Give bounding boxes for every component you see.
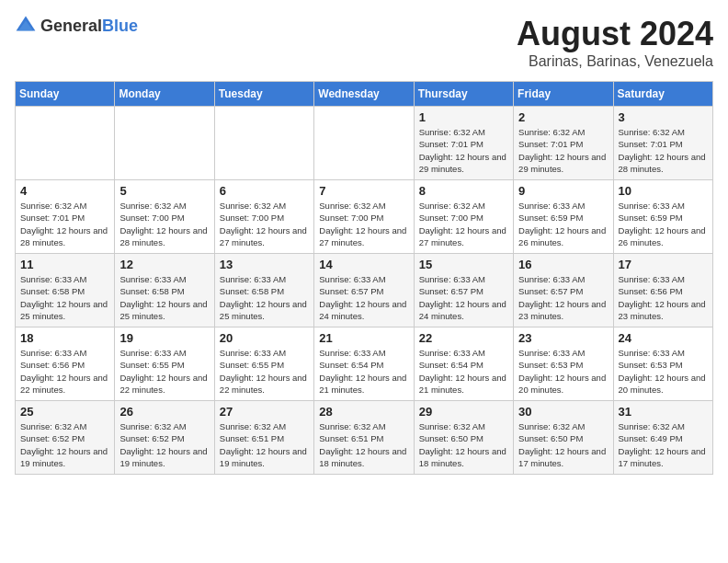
day-info: Sunrise: 6:32 AM Sunset: 6:50 PM Dayligh… — [419, 420, 508, 469]
day-number: 16 — [518, 258, 608, 271]
day-info: Sunrise: 6:32 AM Sunset: 6:52 PM Dayligh… — [119, 420, 209, 469]
calendar-cell: 19Sunrise: 6:33 AM Sunset: 6:55 PM Dayli… — [115, 327, 214, 401]
day-number: 25 — [20, 405, 109, 419]
day-info: Sunrise: 6:33 AM Sunset: 6:59 PM Dayligh… — [518, 200, 608, 248]
calendar-cell: 21Sunrise: 6:33 AM Sunset: 6:54 PM Dayli… — [314, 327, 414, 401]
day-number: 23 — [518, 331, 608, 345]
day-number: 20 — [220, 331, 309, 345]
calendar-cell: 15Sunrise: 6:33 AM Sunset: 6:57 PM Dayli… — [414, 254, 513, 327]
calendar-cell: 5Sunrise: 6:32 AM Sunset: 7:00 PM Daylig… — [115, 180, 214, 254]
calendar-cell: 26Sunrise: 6:32 AM Sunset: 6:52 PM Dayli… — [115, 401, 214, 475]
day-info: Sunrise: 6:33 AM Sunset: 6:57 PM Dayligh… — [518, 273, 608, 322]
day-number: 26 — [119, 405, 209, 419]
calendar-week-row: 18Sunrise: 6:33 AM Sunset: 6:56 PM Dayli… — [16, 327, 713, 401]
day-info: Sunrise: 6:32 AM Sunset: 6:52 PM Dayligh… — [20, 420, 109, 469]
calendar-cell — [314, 107, 414, 180]
day-header-friday: Friday — [514, 82, 613, 107]
day-number: 2 — [518, 110, 608, 124]
day-header-thursday: Thursday — [414, 82, 513, 107]
day-info: Sunrise: 6:33 AM Sunset: 6:55 PM Dayligh… — [220, 347, 309, 396]
calendar-body: 1Sunrise: 6:32 AM Sunset: 7:01 PM Daylig… — [16, 107, 713, 475]
day-number: 30 — [518, 405, 608, 419]
day-info: Sunrise: 6:33 AM Sunset: 6:58 PM Dayligh… — [20, 273, 109, 322]
day-number: 18 — [20, 331, 109, 345]
calendar-table: SundayMondayTuesdayWednesdayThursdayFrid… — [15, 81, 713, 475]
day-number: 24 — [619, 331, 708, 345]
calendar-cell: 22Sunrise: 6:33 AM Sunset: 6:54 PM Dayli… — [414, 327, 513, 401]
calendar-cell — [115, 107, 214, 180]
day-info: Sunrise: 6:32 AM Sunset: 6:49 PM Dayligh… — [619, 420, 708, 469]
day-number: 14 — [319, 258, 408, 271]
day-number: 6 — [220, 184, 309, 198]
day-number: 1 — [419, 110, 508, 124]
day-number: 28 — [319, 405, 408, 419]
day-info: Sunrise: 6:33 AM Sunset: 6:55 PM Dayligh… — [119, 347, 209, 396]
calendar-cell: 25Sunrise: 6:32 AM Sunset: 6:52 PM Dayli… — [16, 401, 115, 475]
day-number: 11 — [20, 258, 109, 271]
day-info: Sunrise: 6:32 AM Sunset: 6:51 PM Dayligh… — [319, 420, 408, 469]
day-number: 27 — [220, 405, 309, 419]
calendar-cell: 2Sunrise: 6:32 AM Sunset: 7:01 PM Daylig… — [514, 107, 613, 180]
day-number: 21 — [319, 331, 408, 345]
day-info: Sunrise: 6:33 AM Sunset: 6:59 PM Dayligh… — [619, 200, 708, 248]
day-header-monday: Monday — [115, 82, 214, 107]
day-number: 17 — [619, 258, 708, 271]
calendar-cell: 4Sunrise: 6:32 AM Sunset: 7:01 PM Daylig… — [16, 180, 115, 254]
day-number: 31 — [619, 405, 708, 419]
day-header-tuesday: Tuesday — [214, 82, 313, 107]
day-header-saturday: Saturday — [613, 82, 712, 107]
day-number: 15 — [419, 258, 508, 271]
calendar-cell: 23Sunrise: 6:33 AM Sunset: 6:53 PM Dayli… — [514, 327, 613, 401]
calendar-cell: 28Sunrise: 6:32 AM Sunset: 6:51 PM Dayli… — [314, 401, 414, 475]
calendar-cell: 8Sunrise: 6:32 AM Sunset: 7:00 PM Daylig… — [414, 180, 513, 254]
day-number: 10 — [619, 184, 708, 198]
calendar-cell: 12Sunrise: 6:33 AM Sunset: 6:58 PM Dayli… — [115, 254, 214, 327]
day-info: Sunrise: 6:33 AM Sunset: 6:58 PM Dayligh… — [119, 273, 209, 322]
day-number: 5 — [119, 184, 209, 198]
day-header-sunday: Sunday — [16, 82, 115, 107]
day-info: Sunrise: 6:32 AM Sunset: 7:01 PM Dayligh… — [619, 126, 708, 175]
logo: GeneralBlue — [15, 15, 138, 37]
calendar-cell: 24Sunrise: 6:33 AM Sunset: 6:53 PM Dayli… — [613, 327, 712, 401]
calendar-cell: 30Sunrise: 6:32 AM Sunset: 6:50 PM Dayli… — [514, 401, 613, 475]
day-number: 29 — [419, 405, 508, 419]
day-number: 12 — [119, 258, 209, 271]
calendar-cell: 20Sunrise: 6:33 AM Sunset: 6:55 PM Dayli… — [214, 327, 313, 401]
calendar-cell: 29Sunrise: 6:32 AM Sunset: 6:50 PM Dayli… — [414, 401, 513, 475]
day-info: Sunrise: 6:33 AM Sunset: 6:56 PM Dayligh… — [20, 347, 109, 396]
day-info: Sunrise: 6:32 AM Sunset: 7:01 PM Dayligh… — [20, 200, 109, 248]
day-info: Sunrise: 6:32 AM Sunset: 7:00 PM Dayligh… — [319, 200, 408, 248]
calendar-cell: 7Sunrise: 6:32 AM Sunset: 7:00 PM Daylig… — [314, 180, 414, 254]
calendar-cell: 1Sunrise: 6:32 AM Sunset: 7:01 PM Daylig… — [414, 107, 513, 180]
calendar-cell: 31Sunrise: 6:32 AM Sunset: 6:49 PM Dayli… — [613, 401, 712, 475]
calendar-week-row: 25Sunrise: 6:32 AM Sunset: 6:52 PM Dayli… — [16, 401, 713, 475]
day-number: 7 — [319, 184, 408, 198]
day-number: 3 — [619, 110, 708, 124]
day-info: Sunrise: 6:33 AM Sunset: 6:56 PM Dayligh… — [619, 273, 708, 322]
logo-text-blue: Blue — [102, 17, 138, 35]
calendar-cell: 10Sunrise: 6:33 AM Sunset: 6:59 PM Dayli… — [613, 180, 712, 254]
calendar-cell — [16, 107, 115, 180]
calendar-cell: 3Sunrise: 6:32 AM Sunset: 7:01 PM Daylig… — [613, 107, 712, 180]
calendar-week-row: 11Sunrise: 6:33 AM Sunset: 6:58 PM Dayli… — [16, 254, 713, 327]
location: Barinas, Barinas, Venezuela — [517, 53, 713, 70]
day-info: Sunrise: 6:32 AM Sunset: 6:51 PM Dayligh… — [220, 420, 309, 469]
calendar-cell: 18Sunrise: 6:33 AM Sunset: 6:56 PM Dayli… — [16, 327, 115, 401]
day-info: Sunrise: 6:33 AM Sunset: 6:54 PM Dayligh… — [419, 347, 508, 396]
day-info: Sunrise: 6:32 AM Sunset: 7:00 PM Dayligh… — [119, 200, 209, 248]
day-info: Sunrise: 6:33 AM Sunset: 6:54 PM Dayligh… — [319, 347, 408, 396]
day-number: 19 — [119, 331, 209, 345]
day-number: 8 — [419, 184, 508, 198]
day-number: 13 — [220, 258, 309, 271]
calendar-week-row: 1Sunrise: 6:32 AM Sunset: 7:01 PM Daylig… — [16, 107, 713, 180]
day-info: Sunrise: 6:32 AM Sunset: 7:01 PM Dayligh… — [419, 126, 508, 175]
day-info: Sunrise: 6:33 AM Sunset: 6:57 PM Dayligh… — [319, 273, 408, 322]
calendar-cell: 14Sunrise: 6:33 AM Sunset: 6:57 PM Dayli… — [314, 254, 414, 327]
calendar-cell: 27Sunrise: 6:32 AM Sunset: 6:51 PM Dayli… — [214, 401, 313, 475]
title-block: August 2024 Barinas, Barinas, Venezuela — [517, 15, 713, 70]
day-info: Sunrise: 6:33 AM Sunset: 6:58 PM Dayligh… — [220, 273, 309, 322]
day-info: Sunrise: 6:33 AM Sunset: 6:53 PM Dayligh… — [619, 347, 708, 396]
day-info: Sunrise: 6:33 AM Sunset: 6:57 PM Dayligh… — [419, 273, 508, 322]
calendar-cell: 13Sunrise: 6:33 AM Sunset: 6:58 PM Dayli… — [214, 254, 313, 327]
day-number: 22 — [419, 331, 508, 345]
